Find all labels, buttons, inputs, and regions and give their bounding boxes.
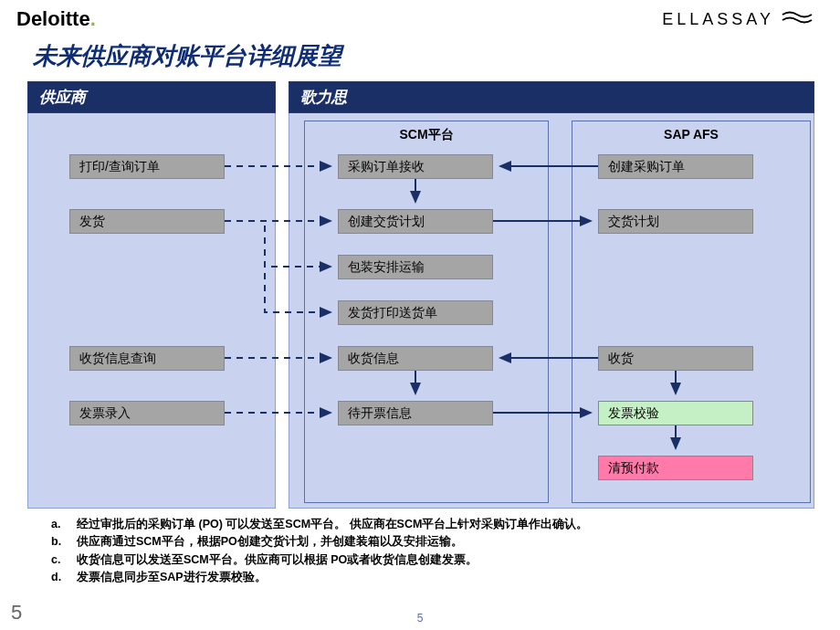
box-pending-invoice: 待开票信息 [338, 401, 493, 425]
box-create-po: 创建采购订单 [598, 154, 753, 179]
box-receipt-info: 收货信息 [338, 346, 493, 371]
notes: a.经过审批后的采购订单 (PO) 可以发送至SCM平台。 供应商在SCM平台上… [51, 516, 813, 587]
box-create-delivery-plan: 创建交货计划 [338, 209, 493, 234]
box-packing-transport: 包装安排运输 [338, 255, 493, 279]
diagram: 供应商 歌力思 SCM平台 SAP AFS 打印/查询订单 发货 收货信息查询 … [27, 81, 813, 510]
gelisi-column-header: 歌力思 [289, 81, 814, 113]
box-clear-prepayment: 清预付款 [598, 456, 753, 480]
page-number-center: 5 [417, 612, 424, 625]
box-ship-print-delivery: 发货打印送货单 [338, 300, 493, 325]
box-po-receive: 采购订单接收 [338, 154, 493, 179]
box-delivery-plan: 交货计划 [598, 209, 753, 234]
wave-icon [782, 9, 813, 29]
box-invoice-entry: 发票录入 [69, 401, 225, 425]
scm-title: SCM平台 [304, 127, 549, 143]
sap-title: SAP AFS [572, 127, 811, 142]
box-ship: 发货 [69, 209, 225, 234]
page-number-left: 5 [11, 601, 22, 625]
box-print-query-order: 打印/查询订单 [69, 154, 225, 179]
supplier-column-header: 供应商 [27, 81, 276, 113]
box-receipt: 收货 [598, 346, 753, 371]
box-invoice-verify: 发票校验 [598, 401, 753, 425]
ellassay-logo: ELLASSAY [662, 9, 813, 29]
page-title: 未来供应商对账平台详细展望 [0, 35, 840, 81]
box-receipt-query: 收货信息查询 [69, 346, 225, 371]
deloitte-logo: Deloitte. [16, 7, 96, 31]
